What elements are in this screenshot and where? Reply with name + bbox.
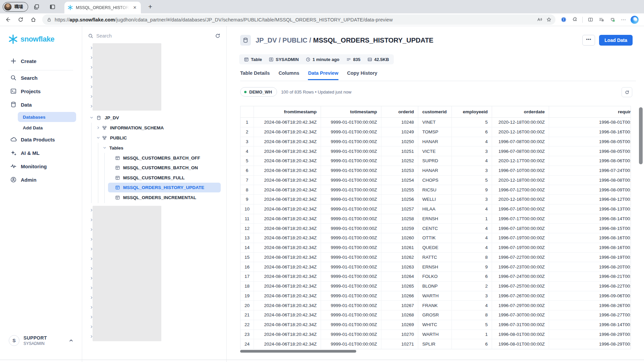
more-actions-button[interactable]: •••	[582, 35, 595, 46]
vertical-scrollbar[interactable]	[639, 107, 643, 164]
sidebar-item-data-products[interactable]: Data Products	[0, 133, 82, 146]
tree-collapsed-item[interactable]	[82, 254, 226, 264]
tree-collapsed-item[interactable]	[82, 303, 226, 312]
onepassword-icon[interactable]	[559, 15, 568, 24]
tree-collapsed-item[interactable]	[82, 312, 226, 322]
read-aloud-icon[interactable]	[535, 15, 544, 24]
table-row[interactable]: 152024-08-06T18:20:42.34Z9999-01-01T00:0…	[240, 253, 631, 262]
tree-collapsed-item[interactable]	[82, 205, 226, 215]
tree-collapsed-item[interactable]	[82, 215, 226, 225]
tab-copy-history[interactable]: Copy History	[347, 70, 377, 80]
tab-columns[interactable]: Columns	[278, 70, 299, 80]
grid-header-customerid[interactable]: customerid	[418, 106, 452, 117]
table-row[interactable]: 202024-08-06T18:20:42.34Z9999-01-01T00:0…	[240, 301, 631, 310]
tree-table-item[interactable]: MSSQL_ORDERS_INCREMENTAL	[108, 193, 221, 202]
tab-data-preview[interactable]: Data Preview	[308, 70, 338, 80]
tree-refresh-icon[interactable]	[215, 33, 221, 39]
tree-collapsed-item[interactable]	[82, 82, 226, 92]
sidebar-item-create[interactable]: Create	[0, 55, 82, 67]
table-row[interactable]: 62024-08-06T18:20:42.34Z9999-01-01T00:00…	[240, 166, 631, 176]
table-row[interactable]: 102024-08-06T18:20:42.34Z9999-01-01T00:0…	[240, 204, 631, 214]
snowflake-logo[interactable]: snowflake	[8, 34, 54, 44]
tree-collapsed-item[interactable]	[82, 225, 226, 235]
tree-table-item[interactable]: MSSQL_CUSTOMERS_BATCH_ON	[108, 163, 221, 173]
table-row[interactable]: 92024-08-06T18:20:42.34Z9999-01-01T00:00…	[240, 195, 631, 204]
preview-refresh-button[interactable]	[622, 87, 632, 97]
url-bar[interactable]: https://app.snowflake.com/jugdhon/cdata_…	[42, 14, 555, 25]
warehouse-selector[interactable]: DEMO_WH	[240, 87, 277, 97]
tree-collapsed-item[interactable]	[82, 244, 226, 254]
table-row[interactable]: 212024-08-06T18:20:42.34Z9999-01-01T00:0…	[240, 310, 631, 320]
table-row[interactable]: 142024-08-06T18:20:42.34Z9999-01-01T00:0…	[240, 243, 631, 253]
tree-tables-group[interactable]: Tables	[82, 143, 226, 153]
table-row[interactable]: 172024-08-06T18:20:42.34Z9999-01-01T00:0…	[240, 272, 631, 282]
sidebar-item-monitoring[interactable]: Monitoring	[0, 160, 82, 173]
tree-table-item[interactable]: MSSQL_CUSTOMERS_BATCH_OFF	[108, 153, 221, 163]
home-icon[interactable]	[28, 15, 38, 25]
browser-menu-icon[interactable]: ⋯	[619, 15, 628, 24]
table-row[interactable]: 132024-08-06T18:20:42.34Z9999-01-01T00:0…	[240, 233, 631, 243]
table-row[interactable]: 12024-08-06T18:20:42.34Z9999-01-01T00:00…	[240, 118, 631, 127]
tree-collapsed-item[interactable]	[82, 264, 226, 274]
table-row[interactable]: 242024-08-06T18:20:42.34Z9999-01-01T00:0…	[240, 339, 631, 349]
favorites-hub-icon[interactable]	[597, 15, 606, 24]
table-row[interactable]: 192024-08-06T18:20:42.34Z9999-01-01T00:0…	[240, 291, 631, 301]
sidebar-item-projects[interactable]: Projects	[0, 84, 82, 98]
table-row[interactable]: 72024-08-06T18:20:42.34Z9999-01-01T00:00…	[240, 176, 631, 185]
tree-collapsed-item[interactable]	[82, 332, 226, 342]
table-row[interactable]: 122024-08-06T18:20:42.34Z9999-01-01T00:0…	[240, 224, 631, 233]
grid-header-fromtimestamp[interactable]: fromtimestamp	[254, 106, 321, 117]
tree-collapsed-item[interactable]	[82, 283, 226, 293]
table-row[interactable]: 42024-08-06T18:20:42.34Z9999-01-01T00:00…	[240, 146, 631, 156]
tree-search-input[interactable]: Search	[96, 33, 112, 39]
table-row[interactable]: 32024-08-06T18:20:42.34Z9999-01-01T00:00…	[240, 137, 631, 147]
tree-collapsed-item[interactable]	[82, 43, 226, 53]
tree-scroll-area[interactable]: JP_DV INFORMATION_SCHEMA PUBLIC Tables	[82, 43, 226, 362]
tree-collapsed-item[interactable]	[82, 293, 226, 303]
support-account-menu[interactable]: S SUPPORT SYSADMIN	[0, 333, 82, 349]
table-row[interactable]: 112024-08-06T18:20:42.34Z9999-01-01T00:0…	[240, 214, 631, 224]
tab-table-details[interactable]: Table Details	[240, 70, 270, 80]
tree-collapsed-item[interactable]	[82, 274, 226, 283]
tree-database-jp-dv[interactable]: JP_DV	[82, 113, 226, 123]
breadcrumb-prefix[interactable]: JP_DV / PUBLIC /	[256, 37, 311, 44]
table-row[interactable]: 222024-08-06T18:20:42.34Z9999-01-01T00:0…	[240, 320, 631, 330]
refresh-icon[interactable]	[15, 15, 25, 25]
tree-schema-public[interactable]: PUBLIC	[82, 133, 226, 143]
grid-header-orderdate[interactable]: orderdate	[492, 106, 549, 117]
table-row[interactable]: 182024-08-06T18:20:42.34Z9999-01-01T00:0…	[240, 282, 631, 291]
grid-header-orderid[interactable]: orderid	[381, 106, 418, 117]
sidebar-item-ai-ml[interactable]: AI & ML	[0, 146, 82, 160]
grid-header-employeeid[interactable]: employeeid	[452, 106, 492, 117]
sidebar-item-add-data[interactable]: Add Data	[23, 123, 82, 133]
collections-icon[interactable]	[32, 2, 41, 11]
table-row[interactable]: 82024-08-06T18:20:42.34Z9999-01-01T00:00…	[240, 185, 631, 195]
sidebar-item-data[interactable]: Data	[0, 98, 82, 111]
tree-collapsed-item[interactable]	[82, 72, 226, 82]
extensions-puzzle-icon[interactable]	[570, 15, 579, 24]
copilot-icon[interactable]	[630, 15, 639, 24]
table-row[interactable]: 162024-08-06T18:20:42.34Z9999-01-01T00:0…	[240, 262, 631, 272]
browser-essentials-icon[interactable]	[608, 15, 617, 24]
tree-collapsed-item[interactable]	[82, 53, 226, 62]
table-row[interactable]: 52024-08-06T18:20:42.34Z9999-01-01T00:00…	[240, 156, 631, 166]
grid-header-requireddate[interactable]: requireddate	[549, 106, 631, 117]
browser-tab[interactable]: MSSQL_ORDERS_HISTORY_U ✕	[64, 2, 141, 13]
tree-collapsed-item[interactable]	[82, 62, 226, 72]
table-row[interactable]: 22024-08-06T18:20:42.34Z9999-01-01T00:00…	[240, 127, 631, 137]
tree-collapsed-item[interactable]	[82, 322, 226, 332]
sidebar-item-search[interactable]: Search	[0, 71, 82, 84]
tree-collapsed-item[interactable]	[82, 101, 226, 111]
tab-actions-icon[interactable]	[48, 2, 57, 11]
tree-schema-information-schema[interactable]: INFORMATION_SCHEMA	[82, 123, 226, 133]
sidebar-item-databases[interactable]: Databases	[18, 112, 76, 122]
tree-table-item[interactable]: MSSQL_CUSTOMERS_FULL	[108, 173, 221, 183]
load-data-button[interactable]: Load Data	[599, 35, 633, 46]
tab-close-icon[interactable]: ✕	[132, 5, 138, 11]
browser-profile-chip[interactable]: 職場	[3, 2, 28, 12]
tree-table-item[interactable]: MSSQL_ORDERS_HISTORY_UPDATE	[108, 183, 221, 192]
grid-header-totimestamp[interactable]: totimestamp	[321, 106, 381, 117]
sidebar-item-admin[interactable]: Admin	[0, 173, 82, 186]
back-icon[interactable]	[3, 15, 13, 25]
tree-collapsed-item[interactable]	[82, 92, 226, 101]
